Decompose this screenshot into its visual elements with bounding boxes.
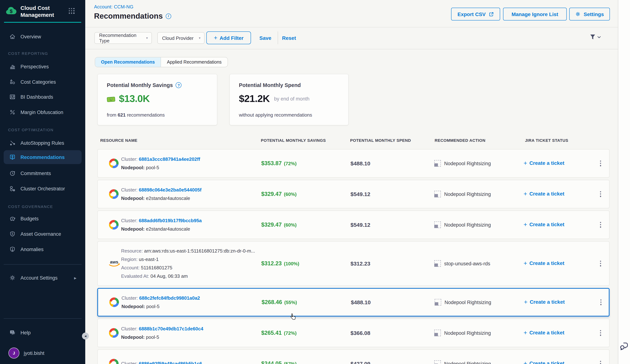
sidebar-item-account-settings[interactable]: Account Settings ▸ [4, 271, 82, 285]
resource-line: Nodepool: pool-5 [122, 302, 200, 311]
kebab-menu-icon[interactable] [598, 190, 602, 198]
table-row[interactable]: Cluster: 688add6fb019b17f9bccb95aNodepoo… [97, 210, 610, 239]
plus-icon: + [524, 190, 527, 197]
plus-icon: + [524, 221, 527, 228]
kebab-menu-icon[interactable] [599, 298, 603, 306]
recommended-action-cell: Nodepool Rightsizing [434, 330, 491, 336]
sidebar-item-cluster-orchestrator[interactable]: Cluster Orchestrator [4, 182, 82, 195]
sidebar-item-bi-dashboards[interactable]: BI Dashboards [4, 90, 82, 104]
create-ticket-link[interactable]: +Create a ticket [524, 160, 564, 167]
gcp-logo-icon [108, 188, 120, 199]
plus-icon: + [214, 34, 218, 41]
gcp-logo-icon [108, 158, 120, 169]
resource-line: Nodepool: e2standar4autoscale [121, 194, 202, 202]
percent-icon [9, 109, 16, 116]
table-row[interactable]: awsResource: arn:aws:rds:us-east-1:51161… [97, 241, 610, 286]
recommendation-type-dropdown[interactable]: Recommendation Type▾ [94, 32, 152, 44]
savings-percent: (72%) [284, 330, 296, 336]
filter-panel-toggle[interactable] [590, 34, 601, 40]
kebab-menu-icon[interactable] [598, 359, 602, 364]
create-ticket-link[interactable]: +Create a ticket [524, 260, 564, 267]
create-ticket-link[interactable]: +Create a ticket [524, 299, 565, 306]
recommended-action-label: Nodepool Rightsizing [444, 191, 491, 197]
spend-amount-suffix: by end of month [274, 96, 310, 102]
home-icon [9, 33, 16, 40]
resource-line-value: pool-5 [146, 304, 160, 309]
kebab-menu-icon[interactable] [598, 159, 602, 168]
resource-line-value[interactable]: 68898c064e3e2ba0e544005f [139, 187, 202, 192]
info-icon[interactable]: i [166, 13, 171, 19]
sidebar-item-label: AutoStopping Rules [20, 140, 64, 146]
chevron-down-icon [598, 36, 601, 38]
sidebar-divider [4, 318, 82, 319]
kebab-menu-icon[interactable] [598, 259, 602, 268]
create-ticket-link[interactable]: +Create a ticket [524, 221, 564, 228]
sidebar-item-label: Budgets [20, 216, 38, 221]
sidebar-item-overview[interactable]: Overview [4, 30, 82, 43]
sidebar-item-label: Margin Obfuscation [20, 109, 63, 115]
recommended-action-cell: Nodepool Rightsizing [434, 360, 491, 364]
sidebar-item-budgets[interactable]: $Budgets [4, 212, 82, 225]
resource-line: Cluster: 6886e92f59a48cad86b5b1c6 [121, 360, 202, 364]
resource-line-label: Account: [121, 265, 140, 270]
sidebar-item-autostopping-rules[interactable]: AutoStopping Rules [4, 136, 82, 150]
tab-applied-recommendations[interactable]: Applied Recommendations [161, 57, 228, 67]
manage-ignore-list-button[interactable]: Manage Ignore List [503, 8, 567, 20]
app-switcher-icon[interactable] [69, 8, 74, 14]
create-ticket-link[interactable]: +Create a ticket [524, 190, 564, 198]
shapes-icon [9, 79, 16, 85]
resource-line-value[interactable]: 6886e92f59a48cad86b5b1c6 [139, 361, 202, 364]
resource-line-value[interactable]: 6881a3ccc887941a4ee202ff [139, 157, 200, 162]
settings-button[interactable]: Settings [569, 8, 610, 20]
table-row[interactable]: Cluster: 6888b1c70e49db17c1de60c4Nodepoo… [97, 319, 610, 347]
sidebar-item-cost-categories[interactable]: Cost Categories [4, 75, 82, 89]
plus-icon: + [524, 160, 527, 167]
resource-line-label: Nodepool: [121, 226, 145, 232]
resource-line-value[interactable]: 688c2fefc84fbdc99801a0a2 [139, 295, 200, 301]
kebab-menu-icon[interactable] [598, 329, 602, 337]
table-row[interactable]: Cluster: 68898c064e3e2ba0e544005fNodepoo… [97, 180, 610, 208]
potential-monthly-savings-cell: $329.47(60%) [261, 221, 296, 228]
sidebar-item-label: Asset Governance [20, 231, 61, 237]
potential-monthly-spend-cell: $427.09 [350, 361, 370, 364]
user-menu[interactable]: J jyoti.bisht [4, 346, 82, 360]
rightsizing-icon [434, 360, 441, 364]
add-filter-button[interactable]: + Add Filter [206, 31, 251, 44]
recommended-action-label: Nodepool Rightsizing [444, 330, 491, 336]
recommended-action-label: stop-unused-aws-rds [444, 261, 490, 266]
sidebar-item-perspectives[interactable]: Perspectives [4, 60, 82, 73]
resource-line-label: Region: [121, 257, 138, 262]
help-question-icon[interactable]: ? [176, 82, 182, 88]
breadcrumb[interactable]: Account: CCM-NG [94, 4, 133, 9]
recommended-action-cell: Nodepool Rightsizing [434, 160, 491, 167]
create-ticket-link[interactable]: +Create a ticket [524, 329, 564, 337]
savings-amount: $13.0K [119, 93, 150, 105]
right-scroll-strip[interactable] [618, 0, 630, 364]
resource-line-value[interactable]: 688add6fb019b17f9bccb95a [139, 218, 202, 223]
table-row[interactable]: Cluster: 688c2fefc84fbdc99801a0a2Nodepoo… [97, 288, 610, 317]
chevron-down-icon: ▾ [146, 36, 148, 40]
sidebar-item-help[interactable]: ? Help [4, 326, 82, 340]
sidebar-item-commitments[interactable]: Commitments [4, 166, 82, 180]
resource-line: Cluster: 6881a3ccc887941a4ee202ff [121, 155, 200, 163]
create-ticket-link[interactable]: +Create a ticket [524, 360, 564, 364]
resource-line: Resource: arn:aws:rds:us-east-1:51161680… [121, 247, 255, 255]
kebab-menu-icon[interactable] [598, 220, 602, 229]
save-filter-link[interactable]: Save [260, 35, 271, 41]
tab-open-recommendations[interactable]: Open Recommendations [95, 57, 161, 67]
cloud-provider-dropdown[interactable]: Cloud Provider▾ [157, 32, 204, 44]
resource-name-cell: Cluster: 688add6fb019b17f9bccb95aNodepoo… [121, 216, 202, 233]
savings-percent: (60%) [284, 222, 296, 228]
sidebar-item-anomalies[interactable]: Anomalies [4, 242, 82, 256]
sidebar-collapse-handle[interactable]: ◀ [82, 333, 89, 340]
chat-support-icon[interactable] [619, 341, 629, 351]
sidebar-item-asset-governance[interactable]: $Asset Governance [4, 227, 82, 241]
reset-filter-link[interactable]: Reset [282, 35, 296, 41]
table-row[interactable]: Cluster: 6881a3ccc887941a4ee202ffNodepoo… [97, 149, 610, 178]
sidebar-item-margin-obfuscation[interactable]: Margin Obfuscation [4, 105, 82, 119]
sidebar-item-recommendations[interactable]: Recommendations [4, 150, 82, 164]
hexagon-gear-icon [9, 185, 16, 192]
resource-line-value[interactable]: 6888b1c70e49db17c1de60c4 [139, 326, 204, 332]
table-row[interactable]: Cluster: 6886e92f59a48cad86b5b1c6$244.05… [97, 349, 610, 364]
export-csv-button[interactable]: Export CSV [451, 8, 500, 20]
